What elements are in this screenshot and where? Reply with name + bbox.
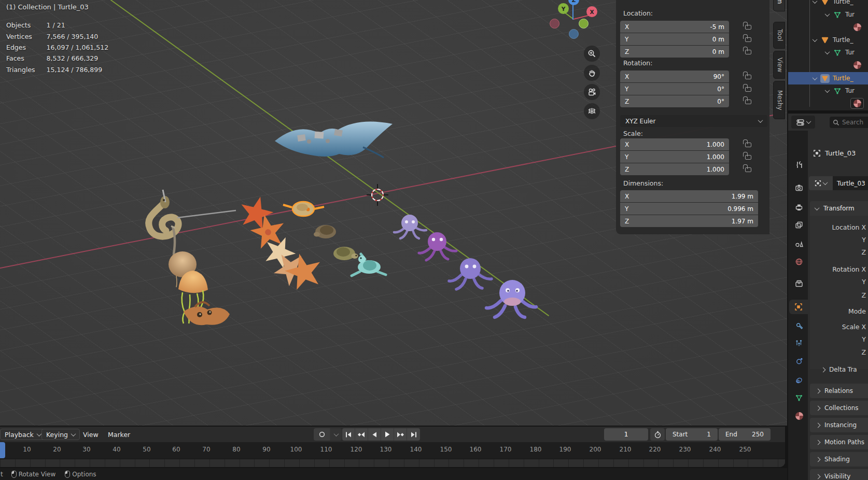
frame-start-field[interactable]: Start1 (666, 428, 718, 441)
gizmo-x-neg-axis[interactable] (550, 19, 559, 29)
prev-keyframe-button[interactable] (355, 428, 368, 441)
jump-to-start-button[interactable] (342, 428, 355, 441)
outliner-row-mesh[interactable]: Tur (788, 9, 868, 20)
panel-collections[interactable]: Collections (810, 401, 868, 415)
dimensions-z-field[interactable]: Z1.97 m (620, 215, 758, 227)
tab-material[interactable] (791, 408, 807, 423)
perspective-toggle-button[interactable] (584, 103, 600, 119)
creature-manta-ray[interactable] (275, 121, 393, 158)
zoom-button[interactable] (584, 46, 600, 62)
lock-scale-y-icon[interactable] (745, 155, 751, 160)
lock-location-z-icon[interactable] (745, 50, 751, 54)
panel-relations[interactable]: Relations (810, 384, 868, 398)
tab-view-layer[interactable] (791, 218, 807, 232)
outliner-row-material[interactable] (788, 59, 868, 70)
panel-visibility[interactable]: Visibility (810, 469, 868, 480)
tab-output[interactable] (791, 200, 807, 215)
breadcrumb[interactable]: Turtle_03 (813, 149, 856, 157)
tab-constraints[interactable] (791, 373, 807, 388)
outliner-row-object[interactable]: Turtle_ (788, 0, 868, 7)
camera-view-button[interactable] (584, 84, 600, 100)
panel-shading[interactable]: Shading (810, 452, 868, 467)
use-preview-range-button[interactable] (650, 428, 665, 441)
menu-marker[interactable]: Marker (104, 429, 134, 440)
rotation-x-field[interactable]: X90° (620, 70, 729, 82)
tab-object-active[interactable] (789, 300, 808, 314)
search-input[interactable] (842, 119, 868, 126)
gizmo-z-axis[interactable]: Z (568, 0, 579, 5)
next-keyframe-button[interactable] (394, 428, 407, 441)
jump-to-end-button[interactable] (407, 428, 420, 441)
datablock-browse-button[interactable] (809, 176, 833, 190)
sidebar-tab-tool[interactable]: Tool (773, 22, 785, 49)
scale-z-field[interactable]: Z1.000 (620, 163, 729, 175)
menu-view[interactable]: View (79, 429, 103, 440)
creature-squid[interactable] (184, 302, 230, 325)
expand-chevron-icon[interactable] (813, 75, 818, 80)
menu-keying[interactable]: Keying (41, 429, 80, 440)
play-button[interactable] (381, 428, 394, 441)
rotation-z-field[interactable]: Z0° (620, 95, 729, 107)
pan-button[interactable] (584, 65, 600, 81)
rotation-y-field[interactable]: Y0° (620, 83, 729, 95)
expand-chevron-icon[interactable] (825, 49, 830, 54)
sidebar-tab-item[interactable]: Item (773, 0, 785, 11)
tab-render[interactable] (791, 180, 807, 195)
tab-physics[interactable] (791, 354, 807, 369)
outliner-row-material[interactable] (788, 21, 868, 33)
lock-location-y-icon[interactable] (745, 37, 751, 42)
expand-chevron-icon[interactable] (825, 11, 830, 17)
creature-octopus-4[interactable] (486, 280, 536, 317)
lock-scale-x-icon[interactable] (745, 143, 751, 147)
gizmo-x-axis[interactable]: X (586, 6, 597, 17)
frame-end-field[interactable]: End250 (719, 428, 771, 441)
lock-rotation-y-icon[interactable] (745, 87, 751, 92)
sidebar-tab-view[interactable]: View (773, 51, 785, 79)
tab-world[interactable] (791, 255, 807, 269)
creature-turtle-selected[interactable] (283, 202, 324, 216)
properties-search[interactable] (830, 117, 868, 128)
location-z-field[interactable]: Z0 m (620, 46, 729, 58)
lock-scale-z-icon[interactable] (745, 167, 751, 172)
lock-rotation-x-icon[interactable] (745, 75, 751, 79)
lock-rotation-z-icon[interactable] (745, 100, 751, 104)
editor-type-button[interactable] (791, 116, 815, 129)
tab-particles[interactable] (791, 336, 807, 350)
tab-tool[interactable] (791, 158, 807, 172)
expand-chevron-icon[interactable] (825, 88, 830, 93)
gizmo-y-axis[interactable]: Y (558, 3, 569, 14)
play-reverse-button[interactable] (368, 428, 381, 441)
object-name-field[interactable]: Turtle_03 (833, 176, 868, 190)
menu-playback[interactable]: Playback (0, 429, 46, 440)
outliner-row-mesh[interactable]: Tur (788, 47, 868, 58)
panel-instancing[interactable]: Instancing (810, 418, 868, 432)
creature-octopus-2[interactable] (419, 232, 456, 260)
scale-y-field[interactable]: Y1.000 (620, 151, 729, 163)
creature-octopus-3[interactable] (449, 258, 492, 289)
tab-object-data[interactable] (791, 390, 807, 405)
tab-scene[interactable] (791, 236, 807, 251)
timeline-keyframe-strip[interactable] (0, 459, 785, 467)
navigation-gizmo[interactable]: X Y Z (550, 0, 601, 45)
current-frame-field[interactable]: 1 (604, 428, 648, 441)
expand-chevron-icon[interactable] (813, 0, 818, 4)
location-x-field[interactable]: X-5 m (620, 21, 729, 33)
keying-set-dropdown[interactable] (330, 428, 342, 441)
dimensions-y-field[interactable]: Y0.996 m (620, 203, 758, 215)
expand-chevron-icon[interactable] (813, 37, 818, 42)
location-y-field[interactable]: Y0 m (620, 33, 729, 45)
outliner-row-material-active[interactable] (788, 97, 868, 109)
scale-x-field[interactable]: X1.000 (620, 138, 729, 150)
outliner-row-mesh[interactable]: Tur (788, 85, 868, 96)
timeline-editor[interactable]: Playback Keying View Marker 1 Start1 E (0, 427, 785, 467)
panel-motion-paths[interactable]: Motion Paths (810, 435, 868, 449)
timeline-ruler[interactable]: 10 20 30 40 50 60 70 80 90 100 110 120 1… (0, 442, 785, 459)
sidebar-tab-meshy[interactable]: Meshy (773, 81, 785, 119)
creature-sea-snake[interactable] (149, 190, 236, 236)
gizmo-z-neg-axis[interactable] (569, 29, 579, 39)
tab-modifiers[interactable] (791, 319, 807, 333)
outliner-row-object-selected[interactable]: Turtle_ (788, 72, 868, 84)
transform-panel-header[interactable]: Transform (810, 201, 868, 216)
creature-octopus-1[interactable] (394, 215, 426, 238)
outliner-editor[interactable]: Turtle_ Tur Turtle_ Tur (788, 0, 868, 110)
